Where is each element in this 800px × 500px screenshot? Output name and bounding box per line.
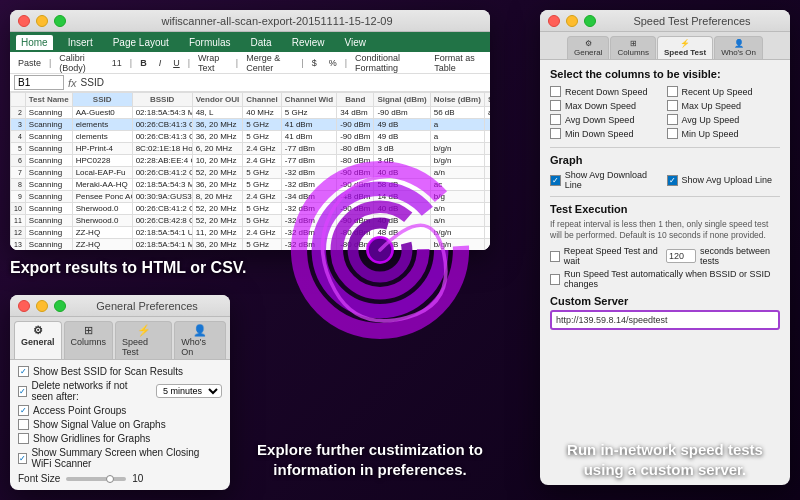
table-cell: clements bbox=[72, 131, 132, 143]
minutes-select[interactable]: 5 minutes bbox=[156, 384, 222, 398]
table-cell: 8C:02:1E:18 Hon Hai Prec bbox=[132, 143, 192, 155]
underline-btn[interactable]: U bbox=[169, 56, 184, 70]
avg-down-label: Avg Down Speed bbox=[565, 115, 634, 125]
ribbon-tab-review[interactable]: Review bbox=[287, 35, 330, 50]
speed-tab-whoson[interactable]: 👤 Who's On bbox=[714, 36, 763, 59]
pref-tab-general[interactable]: ⚙ General bbox=[14, 321, 62, 359]
table-cell: HP-Print-4 bbox=[72, 143, 132, 155]
ribbon-tab-pagelayout[interactable]: Page Layout bbox=[108, 35, 174, 50]
table-cell: 36, 20 MHz bbox=[192, 239, 243, 251]
dollar-btn[interactable]: $ bbox=[308, 56, 321, 70]
recent-up-checkbox[interactable] bbox=[667, 86, 678, 97]
table-cell: 2.4 GHz bbox=[243, 155, 282, 167]
col-header-band: Band bbox=[337, 93, 374, 107]
custom-server-input[interactable] bbox=[550, 310, 780, 330]
avg-down-checkbox[interactable] bbox=[550, 114, 561, 125]
pref-row-summary-screen: Show Summary Screen when Closing WiFi Sc… bbox=[18, 447, 222, 469]
font-size-thumb bbox=[106, 475, 114, 483]
pref-tab-speedtest[interactable]: ⚡ Speed Test bbox=[115, 321, 172, 359]
recent-down-checkbox[interactable] bbox=[550, 86, 561, 97]
table-cell: 5 GHz bbox=[243, 167, 282, 179]
avg-up-checkbox[interactable] bbox=[667, 114, 678, 125]
formula-bar: fx SSID bbox=[10, 74, 490, 92]
table-cell: 00:30:9A:GUS3x COI bbox=[132, 191, 192, 203]
bold-btn[interactable]: B bbox=[136, 56, 151, 70]
speed-tab-general[interactable]: ⚙ General bbox=[567, 36, 609, 59]
best-ssid-checkbox[interactable] bbox=[18, 366, 29, 377]
table-cell: 02:18:5A:54:3 Meraki bbox=[132, 107, 192, 119]
summary-screen-checkbox[interactable] bbox=[18, 453, 27, 464]
exec-row-repeat: Repeat Speed Test and wait seconds betwe… bbox=[550, 246, 780, 266]
table-cell: 6, 20 MHz bbox=[192, 143, 243, 155]
speed-min-btn[interactable] bbox=[566, 15, 578, 27]
speed-max-btn[interactable] bbox=[584, 15, 596, 27]
avg-download-label: Show Avg Download Line bbox=[565, 170, 664, 190]
speed-prefs-window: Speed Test Preferences ⚙ General ⊞ Colum… bbox=[540, 10, 790, 485]
prefs-max-btn[interactable] bbox=[54, 300, 66, 312]
signal-value-checkbox[interactable] bbox=[18, 419, 29, 430]
speed-col-max-down: Max Down Speed bbox=[550, 100, 664, 111]
pref-row-delete-networks: Delete networks if not seen after: 5 min… bbox=[18, 380, 222, 402]
graph-title: Graph bbox=[550, 154, 780, 166]
merge-center-btn[interactable]: Merge & Center bbox=[242, 51, 297, 75]
ribbon-tab-data[interactable]: Data bbox=[246, 35, 277, 50]
ap-groups-checkbox[interactable] bbox=[18, 405, 29, 416]
formula-content: SSID bbox=[81, 77, 104, 88]
conditional-format-btn[interactable]: Conditional Formatting bbox=[351, 51, 426, 75]
table-cell: -90 dBm bbox=[337, 119, 374, 131]
table-cell: 5 GHz bbox=[243, 119, 282, 131]
table-cell: 52, 20 MHz bbox=[192, 215, 243, 227]
table-cell: Scanning bbox=[25, 215, 72, 227]
max-up-checkbox[interactable] bbox=[667, 100, 678, 111]
min-up-checkbox[interactable] bbox=[667, 128, 678, 139]
font-size[interactable]: 11 bbox=[108, 56, 126, 70]
speed-col-min-down: Min Down Speed bbox=[550, 128, 664, 139]
pref-tab-whoson[interactable]: 👤 Who's On bbox=[174, 321, 226, 359]
delete-networks-checkbox[interactable] bbox=[18, 386, 27, 397]
speed-columns-grid: Recent Down Speed Recent Up Speed Max Do… bbox=[550, 86, 780, 139]
maximize-button[interactable] bbox=[54, 15, 66, 27]
close-button[interactable] bbox=[18, 15, 30, 27]
italic-btn[interactable]: I bbox=[155, 56, 166, 70]
speed-close-btn[interactable] bbox=[548, 15, 560, 27]
repeat-interval-input[interactable] bbox=[666, 249, 696, 263]
font-size-slider[interactable] bbox=[66, 477, 126, 481]
avg-download-checkbox[interactable] bbox=[550, 175, 561, 186]
row-number: 6 bbox=[11, 155, 26, 167]
ribbon-tab-home[interactable]: Home bbox=[16, 35, 53, 50]
row-number: 13 bbox=[11, 239, 26, 251]
avg-upload-checkbox[interactable] bbox=[667, 175, 678, 186]
max-down-label: Max Down Speed bbox=[565, 101, 636, 111]
repeat-test-checkbox[interactable] bbox=[550, 251, 560, 262]
prefs-title: General Preferences bbox=[72, 300, 222, 312]
min-down-checkbox[interactable] bbox=[550, 128, 561, 139]
format-as-table-btn[interactable]: Format as Table bbox=[430, 51, 486, 75]
gridlines-checkbox[interactable] bbox=[18, 433, 29, 444]
percent-btn[interactable]: % bbox=[325, 56, 341, 70]
ribbon-tab-view[interactable]: View bbox=[339, 35, 371, 50]
table-cell: 2.4 GHz bbox=[243, 227, 282, 239]
table-cell: 5 GHz bbox=[243, 179, 282, 191]
minimize-button[interactable] bbox=[36, 15, 48, 27]
max-down-checkbox[interactable] bbox=[550, 100, 561, 111]
ribbon-tab-insert[interactable]: Insert bbox=[63, 35, 98, 50]
speed-tab-speedtest[interactable]: ⚡ Speed Test bbox=[657, 36, 713, 59]
speed-select-title: Select the columns to be visible: bbox=[550, 68, 780, 80]
paste-btn[interactable]: Paste bbox=[14, 56, 45, 70]
pref-tab-columns[interactable]: ⊞ Columns bbox=[64, 321, 114, 359]
font-name[interactable]: Calibri (Body) bbox=[55, 51, 103, 75]
speed-tab-columns[interactable]: ⊞ Columns bbox=[610, 36, 656, 59]
caption-right-line1: Run in-network speed tests bbox=[540, 440, 790, 460]
table-cell: Meraki-AA-HQ bbox=[72, 179, 132, 191]
avg-up-label: Avg Up Speed bbox=[682, 115, 740, 125]
auto-run-checkbox[interactable] bbox=[550, 274, 560, 285]
excel-titlebar: wifiscanner-all-scan-export-20151111-15-… bbox=[10, 10, 490, 32]
graph-checkboxes: Show Avg Download Line Show Avg Upload L… bbox=[550, 170, 780, 190]
table-cell: -90 dBm bbox=[374, 107, 430, 119]
name-box[interactable] bbox=[14, 75, 64, 90]
font-size-label: Font Size bbox=[18, 473, 60, 484]
prefs-close-btn[interactable] bbox=[18, 300, 30, 312]
wrap-text-btn[interactable]: Wrap Text bbox=[194, 51, 232, 75]
ribbon-tab-formulas[interactable]: Formulas bbox=[184, 35, 236, 50]
prefs-min-btn[interactable] bbox=[36, 300, 48, 312]
